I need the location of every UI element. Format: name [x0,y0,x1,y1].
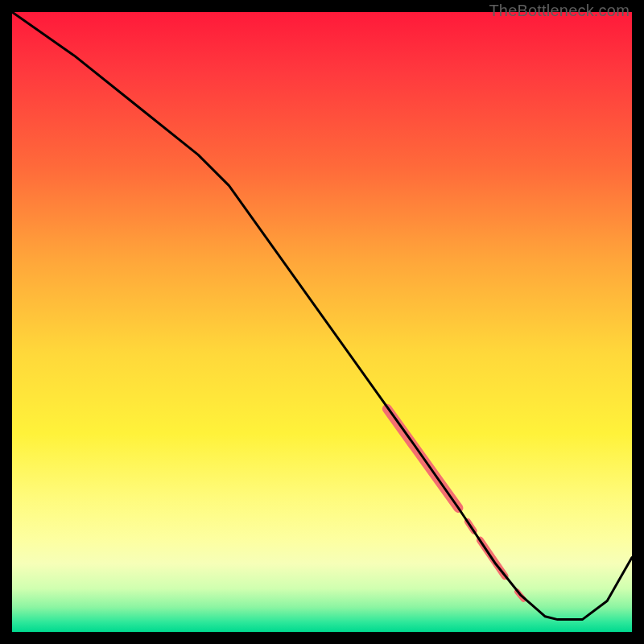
chart-svg [12,12,632,632]
chart-plot-area [12,12,632,632]
watermark-text: TheBottleneck.com [489,2,630,20]
chart-background [12,12,632,632]
